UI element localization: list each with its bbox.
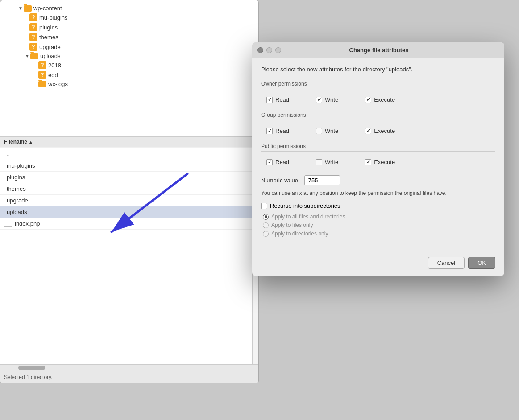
group-permissions-section: Group permissions Read Write Execute — [261, 112, 495, 138]
group-read-checkbox-item[interactable]: Read — [266, 128, 289, 134]
list-item-index-php[interactable]: index.php — [0, 218, 252, 230]
file-manager: ▼ wp-content ? mu-plugins ? plugins ? th… — [0, 0, 259, 383]
recurse-row[interactable]: Recurse into subdirectories — [261, 202, 495, 209]
horizontal-scrollbar[interactable] — [0, 364, 258, 371]
list-item-uploads[interactable]: uploads — [0, 206, 252, 218]
numeric-value-row: Numeric value: — [261, 175, 495, 185]
hint-text: You can use an x at any position to keep… — [261, 189, 495, 197]
apply-options-group: Apply to all files and directories Apply… — [263, 214, 495, 237]
public-read-checkbox-item[interactable]: Read — [266, 159, 289, 165]
owner-permissions-section: Owner permissions Read Write Execute — [261, 81, 495, 107]
group-permissions-label: Group permissions — [261, 112, 495, 120]
dialog-titlebar: Change file attributes — [252, 42, 504, 58]
group-execute-label: Execute — [374, 128, 395, 134]
tree-arrow: ▼ — [18, 6, 23, 11]
folder-icon — [38, 81, 46, 87]
owner-write-label: Write — [325, 96, 338, 103]
owner-execute-checkbox[interactable] — [365, 97, 371, 103]
numeric-input[interactable] — [304, 175, 340, 185]
public-execute-checkbox-item[interactable]: Execute — [365, 159, 395, 165]
tree-item-wc-logs[interactable]: wc-logs — [0, 80, 259, 88]
group-read-checkbox[interactable] — [266, 128, 273, 134]
group-read-label: Read — [275, 128, 289, 134]
sort-arrow: ▲ — [29, 140, 33, 144]
folder-icon — [24, 5, 32, 12]
item-label: mu-plugins — [7, 162, 35, 169]
tree-item-edd[interactable]: ? edd — [0, 70, 259, 80]
public-execute-checkbox[interactable] — [365, 159, 371, 165]
tree-item-2018[interactable]: ? 2018 — [0, 60, 259, 70]
question-badge: ? — [29, 13, 37, 21]
question-badge: ? — [29, 33, 37, 41]
question-badge: ? — [38, 71, 46, 79]
radio-all[interactable] — [263, 214, 269, 220]
tree-item-mu-plugins[interactable]: ? mu-plugins — [0, 12, 259, 22]
group-write-label: Write — [325, 128, 338, 134]
item-label: .. — [7, 151, 10, 157]
list-item-mu-plugins[interactable]: mu-plugins — [0, 160, 252, 172]
tree-item-uploads[interactable]: ▼ uploads — [0, 52, 259, 60]
question-badge: ? — [29, 23, 37, 31]
tree-item-label: themes — [39, 34, 58, 41]
tree-item-label: uploads — [40, 53, 61, 59]
file-tree: ▼ wp-content ? mu-plugins ? plugins ? th… — [0, 0, 259, 136]
tree-item-label: upgrade — [39, 44, 61, 50]
recurse-checkbox[interactable] — [261, 203, 267, 209]
tree-item-upgrade[interactable]: ? upgrade — [0, 42, 259, 52]
public-execute-label: Execute — [374, 159, 395, 165]
list-item-dotdot[interactable]: .. — [0, 148, 252, 160]
group-write-checkbox-item[interactable]: Write — [316, 128, 338, 134]
public-permissions-row: Read Write Execute — [261, 155, 495, 169]
owner-execute-label: Execute — [374, 96, 395, 103]
radio-item-files[interactable]: Apply to files only — [263, 222, 495, 228]
scrollbar-thumb-h[interactable] — [18, 366, 45, 370]
public-write-checkbox-item[interactable]: Write — [316, 159, 338, 165]
public-read-checkbox[interactable] — [266, 159, 273, 165]
tree-item-wp-content[interactable]: ▼ wp-content — [0, 4, 259, 12]
owner-read-checkbox-item[interactable]: Read — [266, 96, 289, 103]
item-label: upgrade — [7, 197, 28, 204]
group-write-checkbox[interactable] — [316, 128, 322, 134]
file-list-header: Filename ▲ — [0, 137, 252, 147]
cancel-button[interactable]: Cancel — [428, 257, 465, 269]
owner-execute-checkbox-item[interactable]: Execute — [365, 96, 395, 103]
ok-button[interactable]: OK — [468, 257, 495, 269]
radio-dirs[interactable] — [263, 231, 269, 237]
item-label: uploads — [7, 209, 27, 215]
tree-item-label: wp-content — [33, 5, 62, 12]
public-permissions-section: Public permissions Read Write Execute — [261, 143, 495, 169]
dialog-footer: Cancel OK — [252, 251, 504, 276]
item-label: index.php — [15, 220, 40, 227]
tree-item-label: 2018 — [48, 62, 61, 69]
filename-column-header[interactable]: Filename — [4, 139, 27, 145]
list-item-plugins[interactable]: plugins — [0, 172, 252, 183]
tree-item-label: edd — [48, 72, 58, 78]
radio-all-label: Apply to all files and directories — [271, 214, 345, 220]
public-write-checkbox[interactable] — [316, 159, 322, 165]
group-execute-checkbox[interactable] — [365, 128, 371, 134]
radio-item-dirs[interactable]: Apply to directories only — [263, 231, 495, 237]
owner-read-checkbox[interactable] — [266, 97, 273, 103]
dialog-title: Change file attributes — [259, 47, 499, 54]
radio-files[interactable] — [263, 222, 269, 228]
status-text: Selected 1 directory. — [4, 374, 53, 380]
dialog-body: Please select the new attributes for the… — [252, 58, 504, 251]
owner-write-checkbox[interactable] — [316, 97, 322, 103]
tree-arrow: ▼ — [25, 54, 29, 58]
radio-item-all[interactable]: Apply to all files and directories — [263, 214, 495, 220]
radio-files-label: Apply to files only — [271, 222, 313, 228]
tree-item-plugins[interactable]: ? plugins — [0, 22, 259, 32]
file-icon — [4, 221, 12, 227]
public-write-label: Write — [325, 159, 338, 165]
radio-dirs-label: Apply to directories only — [271, 231, 328, 237]
owner-read-label: Read — [275, 96, 289, 103]
question-badge: ? — [29, 43, 37, 51]
question-badge: ? — [38, 61, 46, 69]
recurse-label: Recurse into subdirectories — [270, 202, 340, 209]
owner-write-checkbox-item[interactable]: Write — [316, 96, 338, 103]
list-item-themes[interactable]: themes — [0, 183, 252, 195]
group-execute-checkbox-item[interactable]: Execute — [365, 128, 395, 134]
tree-item-themes[interactable]: ? themes — [0, 32, 259, 42]
list-item-upgrade[interactable]: upgrade — [0, 195, 252, 206]
status-bar: Selected 1 directory. — [0, 371, 259, 383]
